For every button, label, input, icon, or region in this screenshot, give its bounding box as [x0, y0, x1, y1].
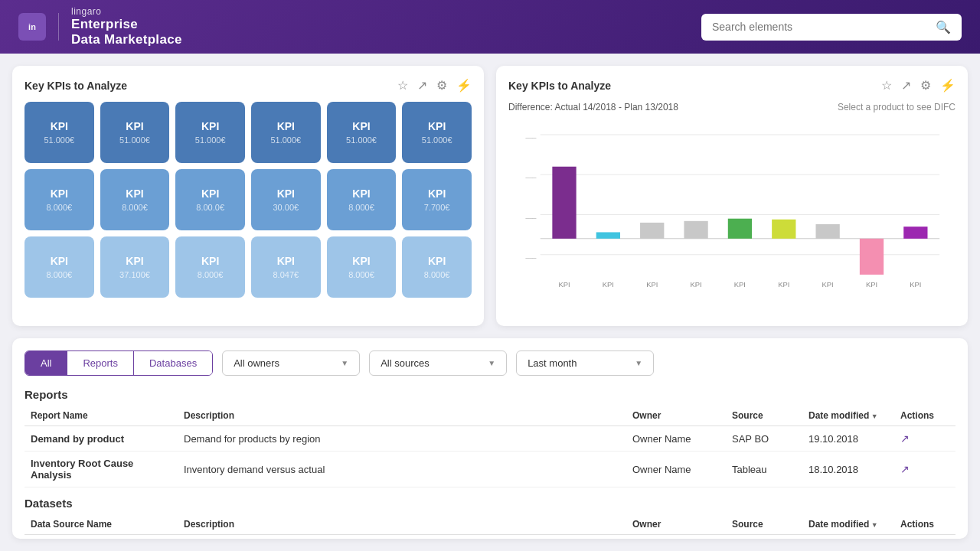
kpi-card-value: 51.000€	[422, 135, 452, 145]
svg-text:KPI: KPI	[910, 280, 921, 289]
kpi-card-value: 51.000€	[44, 135, 74, 145]
product-name: Enterprise Data Marketplace	[71, 17, 182, 47]
kpi-card[interactable]: KPI8.000€	[24, 169, 94, 230]
tab-reports[interactable]: Reports	[67, 351, 134, 375]
kpi-card-value: 8.000€	[348, 203, 374, 212]
ds-desc-cell: Query allows the user to see product del…	[178, 535, 626, 540]
svg-rect-13	[728, 219, 752, 239]
kpi-card-label: KPI	[201, 255, 219, 267]
external-link-icon[interactable]: ↗	[417, 78, 427, 93]
filter-icon[interactable]: ⚡	[456, 78, 472, 93]
kpi-card[interactable]: KPI37.100€	[100, 236, 170, 298]
kpi-card[interactable]: KPI51.000€	[327, 102, 397, 163]
external-link-action-icon[interactable]: ↗	[900, 432, 910, 445]
gear-icon[interactable]: ⚙	[436, 78, 447, 93]
report-owner-cell: Owner Name	[626, 452, 726, 487]
svg-rect-9	[640, 223, 664, 239]
col-report-actions: Actions	[894, 406, 956, 426]
kpi-card-label: KPI	[51, 120, 68, 132]
kpi-card[interactable]: KPI30.00€	[251, 169, 321, 230]
table-row: Supply Chain by region Query allows the …	[24, 535, 956, 540]
col-report-date[interactable]: Date modified	[802, 406, 894, 426]
chart-area: KPI KPI KPI KPI KPI KPI	[508, 119, 956, 295]
tab-databases[interactable]: Databases	[134, 351, 212, 375]
filter-icon-right[interactable]: ⚡	[940, 78, 956, 93]
table-row: Inventory Root Cause Analysis Inventory …	[24, 452, 956, 487]
ds-action-cell: 🔗 ⬇	[894, 535, 956, 540]
kpi-card-label: KPI	[201, 120, 219, 132]
external-link-icon-right[interactable]: ↗	[901, 78, 911, 93]
svg-text:KPI: KPI	[822, 280, 834, 289]
kpi-card-label: KPI	[51, 255, 68, 267]
svg-rect-5	[552, 167, 576, 239]
kpi-card-label: KPI	[428, 255, 446, 267]
left-panel-actions: ☆ ↗ ⚙ ⚡	[397, 78, 472, 93]
ds-owner-cell: Owner Name	[626, 535, 726, 540]
kpi-card[interactable]: KPI8.000€	[327, 169, 397, 230]
kpi-card[interactable]: KPI51.000€	[24, 102, 94, 163]
kpi-card[interactable]: KPI7.700€	[402, 169, 472, 230]
right-chart-panel: Key KPIs to Analyze ☆ ↗ ⚙ ⚡ Difference: …	[496, 66, 968, 326]
kpi-card-label: KPI	[51, 187, 68, 200]
col-ds-desc: Description	[178, 514, 626, 535]
svg-text:KPI: KPI	[558, 280, 570, 289]
kpi-card-label: KPI	[428, 187, 446, 200]
svg-text:KPI: KPI	[778, 280, 789, 289]
date-filter[interactable]: Last month ▼	[516, 350, 654, 376]
all-owners-filter[interactable]: All owners ▼	[222, 350, 360, 376]
top-row: Key KPIs to Analyze ☆ ↗ ⚙ ⚡ KPI51.000€KP…	[12, 66, 968, 326]
bar-chart-svg: KPI KPI KPI KPI KPI KPI	[508, 119, 956, 295]
logo-area: in lingaro Enterprise Data Marketplace	[18, 6, 182, 47]
chart-select-hint: Select a product to see DIFC	[838, 102, 956, 112]
kpi-card-label: KPI	[352, 255, 370, 267]
svg-text:KPI: KPI	[866, 280, 877, 289]
search-input[interactable]	[712, 21, 929, 33]
kpi-card-label: KPI	[277, 187, 295, 200]
table-row: Demand by product Demand for products by…	[24, 426, 956, 452]
all-owners-label: All owners	[234, 357, 279, 369]
col-ds-date[interactable]: Date modified	[802, 514, 894, 535]
all-sources-filter[interactable]: All sources ▼	[369, 350, 507, 376]
kpi-card-label: KPI	[277, 120, 295, 132]
kpi-card-label: KPI	[352, 187, 370, 200]
kpi-grid: KPI51.000€KPI51.000€KPI51.000€KPI51.000€…	[24, 102, 472, 298]
star-icon-right[interactable]: ☆	[881, 78, 892, 93]
search-icon[interactable]: 🔍	[936, 20, 951, 34]
kpi-card[interactable]: KPI51.000€	[100, 102, 170, 163]
tab-all[interactable]: All	[25, 351, 67, 375]
logo-text-block: lingaro Enterprise Data Marketplace	[71, 6, 182, 47]
right-panel-title: Key KPIs to Analyze	[508, 80, 611, 92]
kpi-card-value: 7.700€	[424, 203, 450, 212]
kpi-card[interactable]: KPI51.000€	[251, 102, 321, 163]
svg-text:___: ___	[525, 251, 537, 259]
all-sources-label: All sources	[381, 357, 430, 369]
external-link-action-icon[interactable]: ↗	[900, 463, 910, 475]
kpi-card[interactable]: KPI51.000€	[175, 102, 245, 163]
kpi-card[interactable]: KPI8.000€	[327, 236, 397, 298]
report-desc-cell: Demand for products by region	[178, 426, 626, 452]
header: in lingaro Enterprise Data Marketplace 🔍	[0, 0, 980, 54]
kpi-card[interactable]: KPI8.047€	[251, 236, 321, 298]
search-bar[interactable]: 🔍	[701, 14, 962, 41]
svg-text:KPI: KPI	[691, 280, 702, 289]
ds-name-cell: Supply Chain by region	[24, 535, 178, 540]
star-icon[interactable]: ☆	[397, 78, 408, 93]
kpi-card-label: KPI	[201, 187, 219, 200]
kpi-card[interactable]: KPI8.000€	[175, 236, 245, 298]
product-line1: Enterprise	[71, 17, 138, 31]
kpi-card-label: KPI	[126, 187, 143, 200]
svg-rect-21	[903, 227, 927, 239]
report-date-cell: 19.10.2018	[802, 426, 894, 452]
kpi-card[interactable]: KPI51.000€	[402, 102, 472, 163]
col-ds-name: Data Source Name	[24, 514, 178, 535]
kpi-card[interactable]: KPI8.000€	[402, 236, 472, 298]
reports-table-header-row: Report Name Description Owner Source Dat…	[24, 406, 956, 426]
kpi-card[interactable]: KPI8.000€	[24, 236, 94, 298]
kpi-card[interactable]: KPI8.000€	[100, 169, 170, 230]
gear-icon-right[interactable]: ⚙	[920, 78, 931, 93]
kpi-card-label: KPI	[352, 120, 370, 132]
left-panel-header: Key KPIs to Analyze ☆ ↗ ⚙ ⚡	[24, 78, 472, 93]
col-report-source: Source	[726, 406, 802, 426]
kpi-card[interactable]: KPI8.00.0€	[175, 169, 245, 230]
svg-rect-19	[860, 239, 884, 275]
